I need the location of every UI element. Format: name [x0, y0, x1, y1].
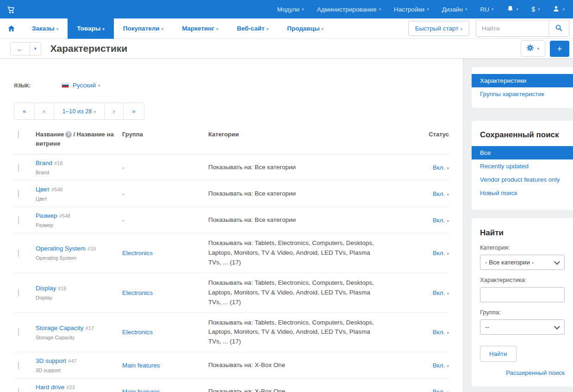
saved-search-item[interactable]: Vendor product features only	[472, 173, 573, 186]
feature-name-link[interactable]: 3D support	[36, 357, 66, 364]
caret-down-icon: ▾	[379, 7, 381, 12]
section-menu-panel: Характеристики Группы характеристик	[472, 67, 573, 108]
group-cell[interactable]: Electronics	[122, 289, 208, 296]
back-dropdown[interactable]: ▾	[30, 43, 41, 55]
group-select[interactable]: --	[480, 319, 565, 335]
caret-down-icon: ▾	[321, 27, 324, 31]
topbar-menu[interactable]: Дизайн▾	[442, 6, 467, 13]
feature-name-link[interactable]: Operating System	[36, 245, 86, 252]
row-checkbox[interactable]	[18, 190, 19, 198]
table-row: Display#16 Display Electronics Показыват…	[14, 273, 449, 313]
back-button[interactable]: ←	[11, 43, 30, 55]
nav-tab[interactable]: Продавцы▾	[278, 18, 333, 39]
nav-tab[interactable]: Товары▾	[68, 18, 114, 39]
russian-flag-icon	[62, 83, 69, 88]
row-checkbox[interactable]	[18, 249, 19, 257]
feature-name-cell: Цвет#549 Цвет	[36, 186, 122, 202]
navbar-right: Быстрый старт▾	[408, 20, 569, 37]
pagination-prev-button[interactable]: ‹	[35, 103, 54, 119]
feature-name-link[interactable]: Hard drive	[36, 384, 64, 391]
categories-cell: Показывать на: X-Box One	[208, 361, 407, 370]
status-dropdown[interactable]: Вкл.▾	[407, 217, 449, 224]
row-checkbox[interactable]	[18, 164, 19, 172]
user-icon	[553, 5, 560, 14]
search-button[interactable]	[548, 20, 569, 37]
feature-name-cell: Display#16 Display	[36, 285, 122, 300]
feature-id: #549	[51, 187, 62, 192]
sidebar-menu-item[interactable]: Группы характеристик	[472, 87, 573, 101]
group-label: Группа:	[480, 309, 565, 316]
group-cell[interactable]: -	[122, 217, 208, 224]
feature-name-link[interactable]: Display	[36, 285, 56, 292]
category-select[interactable]: - Все категории -	[480, 255, 565, 270]
find-button[interactable]: Найти	[480, 346, 517, 362]
pagination-next-button[interactable]: ›	[105, 103, 124, 119]
status-dropdown[interactable]: Вкл.▾	[407, 388, 449, 392]
row-checkbox[interactable]	[18, 361, 19, 369]
nav-tab[interactable]: Покупатели▾	[114, 18, 173, 39]
status-dropdown[interactable]: Вкл.▾	[407, 250, 449, 257]
topbar-menu[interactable]: Администрирование▾	[317, 6, 381, 13]
saved-search-item[interactable]: Все	[472, 146, 573, 159]
feature-name-link[interactable]: Размер	[36, 212, 57, 219]
row-checkbox[interactable]	[18, 289, 19, 297]
language-selector[interactable]: Русский ▾	[62, 82, 100, 89]
nav-tab[interactable]: Маркетинг▾	[173, 18, 227, 39]
advanced-search-link[interactable]: Расширенный поиск	[480, 369, 565, 376]
feature-id: #47	[68, 358, 76, 364]
status-dropdown[interactable]: Вкл.▾	[407, 164, 449, 171]
feature-name-link[interactable]: Brand	[36, 159, 52, 166]
group-cell[interactable]: Main features	[122, 362, 208, 369]
table-header: Название?/ Название на витрине Группа Ка…	[14, 126, 449, 154]
currency-menu[interactable]: $ ▾	[531, 6, 540, 13]
feature-label: Характеристика:	[480, 276, 565, 283]
sidebar-menu-item[interactable]: Характеристики	[472, 74, 573, 87]
add-feature-button[interactable]: +	[550, 41, 569, 57]
status-dropdown[interactable]: Вкл.▾	[407, 329, 449, 336]
page-title: Характеристики	[50, 43, 128, 54]
user-menu[interactable]: ▾	[553, 5, 565, 14]
group-cell[interactable]: Main features	[122, 388, 208, 392]
double-left-arrow-icon: «	[23, 108, 26, 115]
feature-name-link[interactable]: Storage Capacity	[36, 325, 84, 331]
topbar-menu[interactable]: Настройки▾	[394, 6, 429, 13]
caret-down-icon: ▾	[93, 110, 96, 114]
saved-search-item[interactable]: Recently updated	[472, 159, 573, 173]
table-row: Цвет#549 Цвет - Показывать на: Все катег…	[14, 181, 449, 207]
help-icon[interactable]: ?	[65, 131, 72, 138]
row-checkbox[interactable]	[18, 216, 19, 224]
pagination-first-button[interactable]: «	[14, 103, 35, 119]
group-cell[interactable]: -	[122, 190, 208, 197]
pagination-last-button[interactable]: »	[124, 103, 143, 119]
feature-name-link[interactable]: Цвет	[36, 186, 50, 193]
saved-search-panel: Сохраненный поиск Все Recently updated V…	[472, 121, 573, 210]
status-dropdown[interactable]: Вкл.▾	[407, 289, 449, 296]
pagination-range-dropdown[interactable]: 1–10 из 28▾	[54, 103, 105, 119]
group-cell[interactable]: Electronics	[122, 250, 208, 257]
col-header-categories: Категории	[208, 130, 407, 139]
nav-tab[interactable]: Заказы▾	[23, 18, 68, 39]
notifications-menu[interactable]: ▾	[507, 5, 519, 14]
row-checkbox[interactable]	[18, 388, 19, 392]
gear-icon	[527, 44, 534, 53]
quick-start-button[interactable]: Быстрый старт▾	[408, 21, 469, 36]
search-input[interactable]	[476, 20, 548, 37]
settings-dropdown-button[interactable]: ▾	[521, 40, 545, 57]
cart-icon[interactable]	[6, 5, 15, 14]
col-header-name: Название?/ Название на витрине	[36, 130, 122, 148]
caret-down-icon: ▾	[447, 390, 449, 392]
nav-tab[interactable]: Веб-сайт▾	[228, 18, 278, 39]
group-cell[interactable]: Electronics	[122, 329, 208, 336]
status-dropdown[interactable]: Вкл.▾	[407, 190, 449, 197]
categories-cell: Показывать на: Все категории	[208, 189, 407, 199]
select-all-checkbox[interactable]	[18, 130, 19, 138]
topbar-menu[interactable]: Модули▾	[277, 6, 304, 13]
saved-search-item[interactable]: Новый поиск	[472, 186, 573, 200]
row-checkbox[interactable]	[18, 328, 19, 336]
status-dropdown[interactable]: Вкл.▾	[407, 362, 449, 369]
storefront-name: Размер	[36, 222, 122, 228]
topbar-menu[interactable]: RU▾	[480, 6, 494, 13]
feature-input[interactable]	[480, 287, 565, 302]
group-cell[interactable]: -	[122, 164, 208, 171]
home-icon[interactable]	[0, 18, 23, 39]
